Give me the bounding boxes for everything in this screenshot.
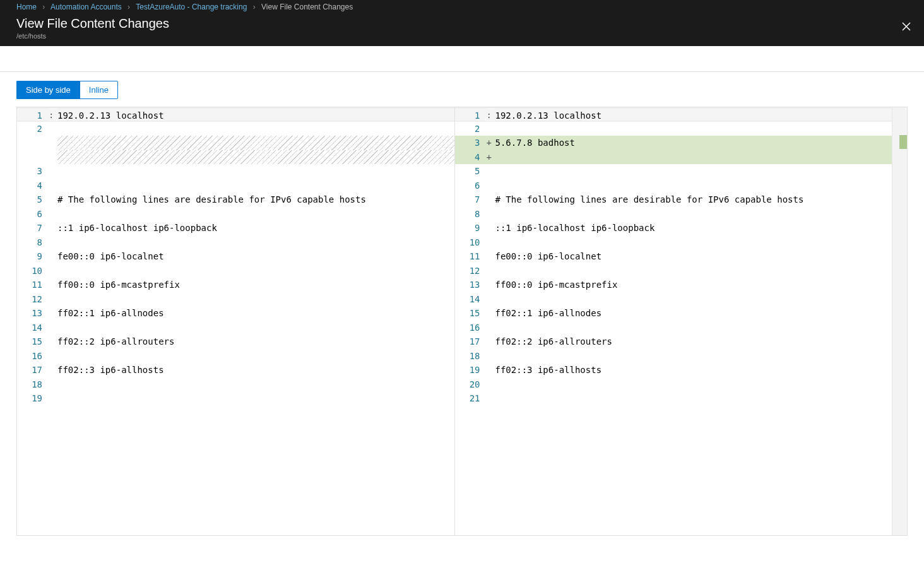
line-text bbox=[57, 264, 454, 278]
line-marker bbox=[487, 249, 495, 264]
line-text bbox=[57, 349, 454, 364]
line-number: 17 bbox=[455, 335, 487, 349]
line-number: 8 bbox=[455, 207, 487, 222]
line-text: ff02::1 ip6-allnodes bbox=[495, 306, 892, 321]
line-marker bbox=[487, 122, 495, 136]
line-marker bbox=[487, 193, 495, 207]
line-number: 1 bbox=[17, 108, 49, 121]
line-number: 21 bbox=[455, 391, 487, 406]
line-marker bbox=[49, 377, 57, 392]
line-text bbox=[57, 235, 454, 250]
line-number: 19 bbox=[455, 363, 487, 377]
diff-line: 18 bbox=[455, 349, 892, 364]
line-marker bbox=[49, 150, 57, 165]
line-marker bbox=[487, 391, 495, 406]
diff-pane-modified[interactable]: 1:192.0.2.13 localhost23+5.6.7.8 badhost… bbox=[455, 107, 892, 535]
line-marker bbox=[487, 179, 495, 193]
line-marker bbox=[49, 164, 57, 179]
view-mode-toggle: Side by side Inline bbox=[16, 81, 118, 99]
close-button[interactable] bbox=[899, 19, 914, 34]
line-text: ff00::0 ip6-mcastprefix bbox=[495, 278, 892, 292]
line-marker bbox=[49, 292, 57, 307]
line-number: 6 bbox=[455, 179, 487, 193]
line-number bbox=[17, 150, 49, 165]
diff-line: 5# The following lines are desirable for… bbox=[17, 193, 454, 207]
line-text: fe00::0 ip6-localnet bbox=[57, 249, 454, 264]
line-number: 17 bbox=[17, 363, 49, 377]
line-text bbox=[57, 207, 454, 222]
breadcrumb-link-home[interactable]: Home bbox=[16, 3, 37, 11]
page-title: View File Content Changes bbox=[16, 16, 908, 31]
overview-ruler[interactable] bbox=[892, 107, 907, 535]
breadcrumb-current: View File Content Changes bbox=[261, 3, 353, 11]
line-number: 18 bbox=[455, 349, 487, 364]
line-marker bbox=[49, 249, 57, 264]
line-text bbox=[495, 377, 892, 392]
diff-line: 1:192.0.2.13 localhost bbox=[455, 107, 892, 122]
diff-line: 4 bbox=[17, 179, 454, 193]
line-text: ff02::1 ip6-allnodes bbox=[57, 306, 454, 321]
line-marker bbox=[49, 235, 57, 250]
line-text: ::1 ip6-localhost ip6-loopback bbox=[57, 221, 454, 235]
line-marker bbox=[487, 377, 495, 392]
line-number: 19 bbox=[17, 391, 49, 406]
line-number: 4 bbox=[455, 150, 487, 165]
line-number: 14 bbox=[17, 321, 49, 335]
diff-line: 16 bbox=[17, 349, 454, 364]
diff-line: 4+ bbox=[455, 150, 892, 165]
line-text bbox=[57, 377, 454, 392]
line-marker bbox=[487, 349, 495, 364]
diff-line: 12 bbox=[455, 264, 892, 278]
line-marker bbox=[487, 292, 495, 307]
diff-line: 3 bbox=[17, 164, 454, 179]
line-text: # The following lines are desirable for … bbox=[495, 193, 892, 207]
diff-line bbox=[17, 150, 454, 165]
line-text: 192.0.2.13 localhost bbox=[57, 108, 454, 121]
line-number: 14 bbox=[455, 292, 487, 307]
line-marker bbox=[487, 207, 495, 222]
line-marker bbox=[49, 363, 57, 377]
diff-line: 20 bbox=[455, 377, 892, 392]
ruler-change-mark[interactable] bbox=[899, 135, 907, 149]
line-text bbox=[57, 292, 454, 307]
line-text: ff02::3 ip6-allhosts bbox=[495, 363, 892, 377]
line-text bbox=[495, 349, 892, 364]
line-number: 12 bbox=[455, 264, 487, 278]
diff-line: 9::1 ip6-localhost ip6-loopback bbox=[455, 221, 892, 235]
diff-line: 18 bbox=[17, 377, 454, 392]
line-text bbox=[57, 150, 454, 165]
line-text bbox=[495, 150, 892, 165]
line-marker bbox=[487, 363, 495, 377]
line-text bbox=[495, 122, 892, 136]
line-text: fe00::0 ip6-localnet bbox=[495, 249, 892, 264]
line-marker bbox=[49, 179, 57, 193]
line-number: 10 bbox=[17, 264, 49, 278]
line-number: 11 bbox=[17, 278, 49, 292]
diff-line: 12 bbox=[17, 292, 454, 307]
breadcrumb-separator: › bbox=[127, 3, 130, 11]
diff-line: 8 bbox=[17, 235, 454, 250]
line-marker bbox=[487, 264, 495, 278]
line-marker: + bbox=[487, 150, 495, 165]
diff-line: 16 bbox=[455, 321, 892, 335]
diff-line: 1:192.0.2.13 localhost bbox=[17, 107, 454, 122]
breadcrumb-link-automation-accounts[interactable]: Automation Accounts bbox=[50, 3, 122, 11]
diff-pane-original[interactable]: 1:192.0.2.13 localhost2 345# The followi… bbox=[17, 107, 455, 535]
diff-line: 2 bbox=[17, 122, 454, 136]
breadcrumb-link-change-tracking[interactable]: TestAzureAuto - Change tracking bbox=[136, 3, 247, 11]
diff-line: 6 bbox=[455, 179, 892, 193]
diff-line: 19 bbox=[17, 391, 454, 406]
close-icon bbox=[902, 22, 911, 31]
inline-button[interactable]: Inline bbox=[80, 81, 118, 99]
line-number: 5 bbox=[455, 164, 487, 179]
line-number: 4 bbox=[17, 179, 49, 193]
line-marker bbox=[49, 136, 57, 150]
diff-line: 7# The following lines are desirable for… bbox=[455, 193, 892, 207]
line-number: 12 bbox=[17, 292, 49, 307]
line-text bbox=[495, 207, 892, 222]
diff-line: 15ff02::1 ip6-allnodes bbox=[455, 306, 892, 321]
line-text bbox=[57, 136, 454, 150]
line-text bbox=[495, 321, 892, 335]
side-by-side-button[interactable]: Side by side bbox=[16, 81, 80, 99]
line-text: ff02::3 ip6-allhosts bbox=[57, 363, 454, 377]
